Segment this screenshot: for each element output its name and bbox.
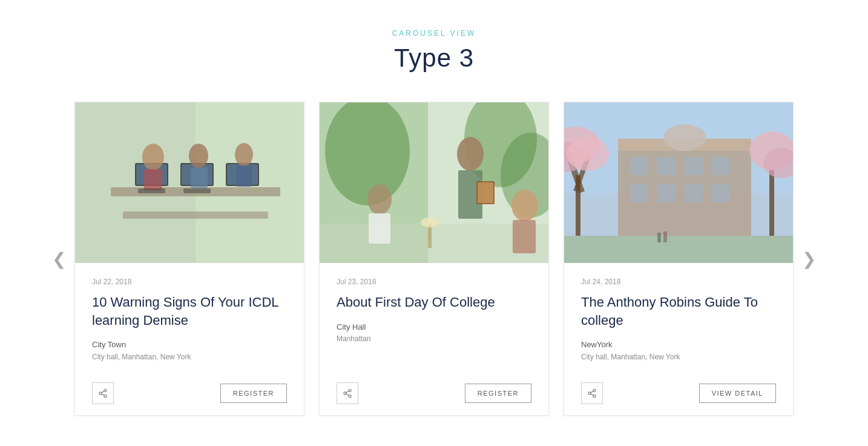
card-1-body: Jul 22, 2018 10 Warning Signs Of Your IC… bbox=[75, 263, 304, 375]
card-3-venue-name: NewYork bbox=[581, 339, 776, 351]
card-2-venue: City Hall Manhattan bbox=[337, 321, 531, 345]
card-2-footer: REGISTER bbox=[320, 375, 548, 415]
svg-point-63 bbox=[567, 137, 609, 171]
next-arrow[interactable]: ❯ bbox=[794, 243, 824, 275]
svg-point-34 bbox=[367, 184, 392, 215]
svg-point-36 bbox=[511, 190, 538, 221]
card-1-venue-address: City hall, Manhattan, New York bbox=[92, 351, 287, 363]
svg-rect-56 bbox=[712, 184, 730, 202]
svg-rect-50 bbox=[657, 157, 676, 175]
svg-rect-52 bbox=[712, 157, 730, 175]
card-3-venue: NewYork City hall, Manhattan, New York bbox=[581, 339, 776, 363]
carousel: ❮ bbox=[47, 102, 821, 416]
cards-container: Jul 22, 2018 10 Warning Signs Of Your IC… bbox=[74, 102, 794, 416]
card-3: Jul 24, 2018 The Anthony Robins Guide To… bbox=[564, 102, 794, 416]
card-2-image bbox=[320, 102, 548, 263]
card-1: Jul 22, 2018 10 Warning Signs Of Your IC… bbox=[74, 102, 304, 416]
svg-rect-15 bbox=[236, 165, 252, 187]
svg-rect-3 bbox=[123, 211, 268, 219]
card-2-date: Jul 23, 2018 bbox=[337, 278, 531, 286]
svg-rect-68 bbox=[657, 233, 661, 242]
share-icon bbox=[98, 388, 108, 398]
card-1-title: 10 Warning Signs Of Your ICDL learning D… bbox=[92, 293, 287, 329]
svg-rect-13 bbox=[191, 167, 208, 188]
share-icon bbox=[587, 388, 597, 398]
card-1-venue: City Town City hall, Manhattan, New York bbox=[92, 339, 287, 363]
svg-line-21 bbox=[102, 394, 105, 396]
card-1-date: Jul 22, 2018 bbox=[92, 278, 287, 286]
card-2-venue-address: Manhattan bbox=[337, 333, 531, 345]
card-3-share-button[interactable] bbox=[581, 382, 603, 404]
card-1-share-button[interactable] bbox=[92, 382, 114, 404]
svg-rect-35 bbox=[369, 213, 390, 244]
svg-line-74 bbox=[591, 391, 594, 393]
page-title: Type 3 bbox=[392, 44, 476, 73]
svg-rect-55 bbox=[685, 184, 703, 202]
card-3-date: Jul 24, 2018 bbox=[581, 278, 776, 286]
svg-point-14 bbox=[235, 143, 253, 166]
section-label: CAROUSEL VIEW bbox=[392, 29, 476, 38]
svg-point-30 bbox=[457, 137, 484, 171]
card-3-image bbox=[564, 102, 793, 263]
card-2: Jul 23, 2018 About First Day Of College … bbox=[319, 102, 549, 416]
share-icon bbox=[343, 388, 352, 398]
svg-rect-67 bbox=[564, 236, 793, 263]
card-1-action-button[interactable]: REGISTER bbox=[220, 384, 287, 403]
card-2-title: About First Day Of College bbox=[337, 293, 531, 311]
svg-rect-33 bbox=[478, 182, 493, 203]
card-3-venue-address: City hall, Manhattan, New York bbox=[581, 351, 776, 363]
svg-rect-51 bbox=[685, 157, 703, 175]
card-2-share-button[interactable] bbox=[337, 382, 358, 404]
svg-rect-11 bbox=[144, 169, 162, 190]
svg-rect-17 bbox=[183, 188, 211, 193]
svg-rect-16 bbox=[138, 188, 165, 193]
svg-rect-69 bbox=[663, 231, 667, 242]
card-2-action-button[interactable]: REGISTER bbox=[465, 384, 531, 403]
svg-point-39 bbox=[421, 218, 439, 227]
svg-point-57 bbox=[663, 124, 706, 151]
prev-arrow[interactable]: ❮ bbox=[44, 243, 74, 275]
card-1-footer: REGISTER bbox=[75, 375, 304, 415]
card-2-venue-name: City Hall bbox=[337, 321, 531, 334]
svg-line-43 bbox=[346, 394, 349, 396]
card-3-title: The Anthony Robins Guide To college bbox=[581, 293, 776, 329]
svg-point-12 bbox=[189, 144, 208, 168]
svg-line-22 bbox=[102, 391, 105, 393]
svg-rect-53 bbox=[630, 184, 648, 202]
card-2-body: Jul 23, 2018 About First Day Of College … bbox=[320, 263, 548, 375]
svg-rect-49 bbox=[630, 157, 648, 175]
page-header: CAROUSEL VIEW Type 3 bbox=[392, 29, 476, 73]
svg-line-44 bbox=[346, 391, 349, 393]
svg-rect-64 bbox=[769, 169, 774, 236]
svg-rect-37 bbox=[513, 220, 536, 253]
card-3-footer: VIEW DETAIL bbox=[564, 375, 793, 415]
card-1-venue-name: City Town bbox=[92, 339, 287, 351]
svg-line-73 bbox=[591, 394, 594, 396]
card-1-image bbox=[75, 102, 304, 263]
card-3-body: Jul 24, 2018 The Anthony Robins Guide To… bbox=[564, 263, 793, 375]
svg-rect-54 bbox=[657, 184, 676, 202]
svg-point-10 bbox=[142, 144, 164, 170]
card-3-action-button[interactable]: VIEW DETAIL bbox=[699, 384, 776, 403]
